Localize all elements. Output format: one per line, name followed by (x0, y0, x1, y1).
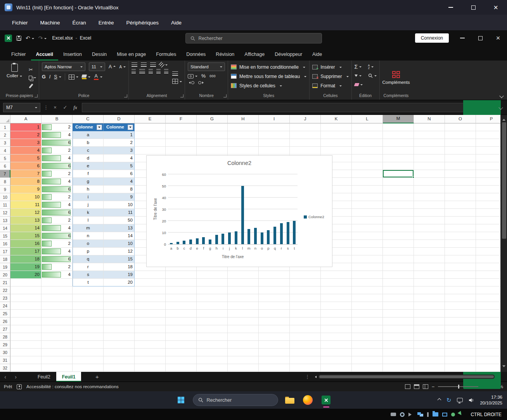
cell-g22[interactable] (197, 286, 228, 294)
cell-e24[interactable] (135, 302, 166, 310)
cell-l28[interactable] (352, 333, 383, 341)
cell-m3[interactable] (383, 139, 414, 147)
row-header-9[interactable]: 9 (0, 186, 10, 193)
cell-o16[interactable] (445, 240, 476, 248)
cell-n21[interactable] (414, 279, 445, 286)
cell-b9[interactable]: 6 (42, 186, 73, 193)
cell-n6[interactable] (414, 162, 445, 170)
row-header-7[interactable]: 7 (0, 170, 10, 178)
cell-n28[interactable] (414, 333, 445, 341)
cell-c31[interactable] (73, 356, 104, 364)
cell-b13[interactable]: 2 (42, 217, 73, 224)
cell-d1[interactable]: Colonne (104, 123, 135, 131)
normal-view-button[interactable] (405, 384, 410, 389)
cell-d17[interactable]: 12 (104, 248, 135, 255)
cell-g31[interactable] (197, 356, 228, 364)
cell-o18[interactable] (445, 255, 476, 263)
cell-d31[interactable] (104, 356, 135, 364)
chart-bar[interactable] (273, 227, 276, 244)
cell-g32[interactable] (197, 364, 228, 372)
clear-button[interactable] (355, 83, 363, 86)
cell-m31[interactable] (383, 356, 414, 364)
cell-j32[interactable] (290, 364, 321, 372)
row-header-31[interactable]: 31 (0, 356, 10, 364)
comma-style-button[interactable]: 000 (209, 74, 216, 78)
cell-c32[interactable] (73, 364, 104, 372)
cell-j22[interactable] (290, 286, 321, 294)
cell-b1[interactable]: 2 (42, 123, 73, 131)
audio-icon[interactable] (408, 413, 414, 417)
cell-g3[interactable] (197, 139, 228, 147)
orientation-button[interactable] (159, 62, 168, 67)
cell-c21[interactable]: t (73, 279, 104, 286)
align-center-button[interactable] (139, 69, 145, 73)
cell-d2[interactable]: 1 (104, 131, 135, 139)
cell-f29[interactable] (166, 341, 197, 349)
cell-h27[interactable] (228, 325, 259, 333)
cell-m4[interactable] (383, 147, 414, 154)
vbox-menu-fichier[interactable]: Fichier (6, 17, 34, 28)
cell-h24[interactable] (228, 302, 259, 310)
cell-l12[interactable] (352, 209, 383, 217)
firefox-button[interactable] (301, 394, 315, 407)
zoom-slider-thumb[interactable] (458, 385, 459, 389)
chart-bar[interactable] (209, 240, 211, 244)
fill-button[interactable] (355, 73, 363, 78)
undo-button[interactable]: ↶ (26, 35, 34, 42)
cell-o31[interactable] (445, 356, 476, 364)
speaker-icon[interactable] (469, 398, 474, 403)
cell-e25[interactable] (135, 310, 166, 318)
cell-c8[interactable]: g (73, 178, 104, 186)
cell-n2[interactable] (414, 131, 445, 139)
vbox-menu-aide[interactable]: Aide (165, 17, 187, 28)
cell-n11[interactable] (414, 201, 445, 209)
cell-a15[interactable]: 15 (10, 232, 42, 240)
row-header-8[interactable]: 8 (0, 178, 10, 186)
row-header-2[interactable]: 2 (0, 131, 10, 139)
cell-c22[interactable] (73, 286, 104, 294)
addins-button[interactable]: Compléments (382, 71, 410, 85)
cell-d29[interactable] (104, 341, 135, 349)
cell-e4[interactable] (135, 147, 166, 154)
cell-d22[interactable] (104, 286, 135, 294)
cell-l15[interactable] (352, 232, 383, 240)
horizontal-scroll-thumb[interactable] (319, 375, 494, 378)
cell-n18[interactable] (414, 255, 445, 263)
row-header-6[interactable]: 6 (0, 162, 10, 170)
display-icon[interactable] (442, 413, 447, 417)
cell-a2[interactable]: 2 (10, 131, 42, 139)
column-header-g[interactable]: G (197, 115, 228, 123)
cell-f20[interactable] (166, 271, 197, 279)
filter-button[interactable] (128, 125, 133, 130)
cell-h30[interactable] (228, 349, 259, 356)
italic-button[interactable]: I (49, 74, 50, 80)
sheet-tab-feuil2[interactable]: Feuil2 (32, 372, 56, 382)
scroll-left-arrow-icon[interactable] (314, 376, 317, 378)
cell-d26[interactable] (104, 318, 135, 325)
cell-l13[interactable] (352, 217, 383, 224)
next-sheet-button[interactable]: › (10, 374, 21, 380)
tab-affichage[interactable]: Affichage (239, 48, 270, 61)
cell-m30[interactable] (383, 349, 414, 356)
cell-o25[interactable] (445, 310, 476, 318)
cell-m21[interactable] (383, 279, 414, 286)
display-tray-icon[interactable] (457, 398, 463, 402)
cell-n19[interactable] (414, 263, 445, 271)
cell-h28[interactable] (228, 333, 259, 341)
redo-button[interactable]: ↷ (38, 35, 47, 42)
cell-m24[interactable] (383, 302, 414, 310)
merge-center-button[interactable] (172, 79, 182, 84)
cell-l30[interactable] (352, 349, 383, 356)
cell-e30[interactable] (135, 349, 166, 356)
tab-dessin[interactable]: Dessin (87, 48, 112, 61)
taskbar-search[interactable]: Rechercher (193, 394, 278, 406)
cell-c26[interactable] (73, 318, 104, 325)
cell-h21[interactable] (228, 279, 259, 286)
cell-a20[interactable]: 20 (10, 271, 42, 279)
page-layout-view-button[interactable] (414, 384, 419, 389)
row-header-13[interactable]: 13 (0, 217, 10, 224)
cell-l27[interactable] (352, 325, 383, 333)
cell-o5[interactable] (445, 154, 476, 162)
cell-i26[interactable] (259, 318, 290, 325)
row-header-24[interactable]: 24 (0, 302, 10, 310)
